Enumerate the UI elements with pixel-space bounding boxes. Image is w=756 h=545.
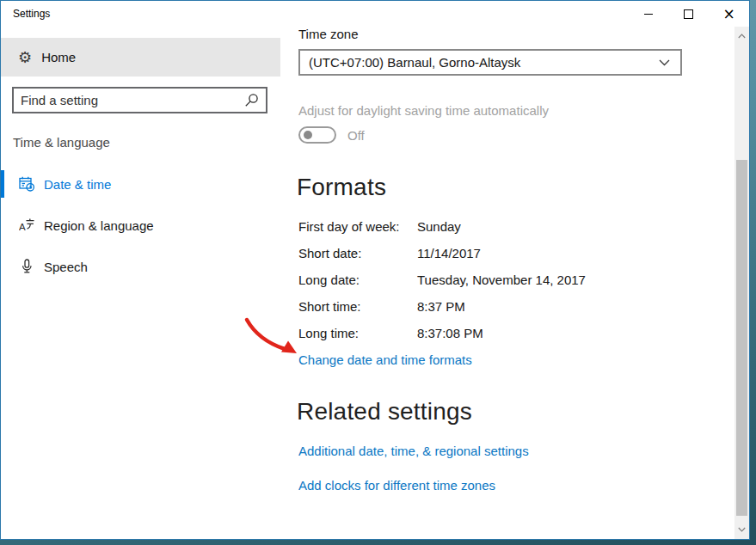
maximize-icon bbox=[684, 9, 693, 19]
scroll-thumb[interactable] bbox=[736, 160, 747, 516]
search-icon bbox=[244, 93, 259, 107]
sidebar-item-home[interactable]: ⚙ Home bbox=[1, 38, 280, 77]
search-box bbox=[12, 87, 267, 113]
format-label: Long date: bbox=[298, 272, 417, 299]
format-row: Long date: Tuesday, November 14, 2017 bbox=[298, 272, 586, 299]
sidebar-item-label: Date & time bbox=[44, 177, 111, 192]
minimize-button[interactable] bbox=[628, 1, 668, 27]
format-label: Short date: bbox=[298, 246, 417, 272]
daylight-saving-label: Adjust for daylight saving time automati… bbox=[298, 103, 549, 118]
sidebar-nav: Date & time A Region & language bbox=[1, 163, 280, 287]
window-title: Settings bbox=[13, 8, 50, 20]
time-zone-label: Time zone bbox=[298, 27, 358, 41]
format-value: Sunday bbox=[417, 219, 461, 246]
svg-text:A: A bbox=[19, 222, 26, 232]
chevron-down-icon bbox=[659, 59, 670, 66]
formats-table: First day of week: Sunday Short date: 11… bbox=[298, 219, 586, 352]
window-controls: × bbox=[628, 1, 749, 27]
close-button[interactable]: × bbox=[709, 1, 749, 27]
sidebar-item-date-time[interactable]: Date & time bbox=[1, 163, 280, 205]
format-row: Long time: 8:37:08 PM bbox=[298, 326, 586, 352]
gear-icon: ⚙ bbox=[18, 50, 32, 65]
time-zone-select[interactable]: (UTC+07:00) Barnaul, Gorno-Altaysk bbox=[298, 49, 682, 76]
format-value: 8:37 PM bbox=[417, 299, 465, 326]
settings-window: Settings × ⚙ Home Time & language bbox=[0, 0, 750, 540]
scrollbar[interactable] bbox=[734, 27, 749, 539]
chevron-down-icon bbox=[738, 527, 746, 532]
maximize-button[interactable] bbox=[668, 1, 709, 27]
toggle-knob bbox=[304, 131, 312, 139]
sidebar-section-header: Time & language bbox=[13, 135, 110, 150]
search-input[interactable] bbox=[14, 93, 244, 107]
format-label: Short time: bbox=[298, 299, 417, 326]
sidebar-item-label: Speech bbox=[44, 260, 88, 274]
time-zone-selected-value: (UTC+07:00) Barnaul, Gorno-Altaysk bbox=[300, 55, 520, 70]
language-character-icon: A bbox=[19, 217, 35, 233]
chevron-up-icon bbox=[738, 34, 746, 39]
sidebar-item-label: Region & language bbox=[44, 218, 154, 233]
scroll-up-button[interactable] bbox=[734, 28, 749, 43]
formats-heading: Formats bbox=[297, 174, 386, 201]
add-clocks-link[interactable]: Add clocks for different time zones bbox=[298, 478, 495, 493]
sidebar-item-speech[interactable]: Speech bbox=[1, 246, 280, 287]
minimize-icon bbox=[644, 14, 653, 15]
format-value: 8:37:08 PM bbox=[417, 326, 483, 352]
format-row: First day of week: Sunday bbox=[298, 219, 586, 246]
calendar-clock-icon bbox=[19, 176, 35, 192]
format-value: Tuesday, November 14, 2017 bbox=[417, 272, 586, 299]
format-label: Long time: bbox=[298, 326, 417, 352]
sidebar-item-region-language[interactable]: A Region & language bbox=[1, 205, 280, 246]
toggle-state-label: Off bbox=[347, 128, 365, 143]
format-label: First day of week: bbox=[298, 219, 417, 246]
home-label: Home bbox=[41, 50, 76, 64]
close-icon: × bbox=[722, 7, 734, 21]
desktop-background: Settings × ⚙ Home Time & language bbox=[0, 0, 756, 545]
format-row: Short time: 8:37 PM bbox=[298, 299, 586, 326]
scroll-down-button[interactable] bbox=[734, 522, 749, 536]
format-row: Short date: 11/14/2017 bbox=[298, 246, 586, 272]
daylight-saving-toggle[interactable] bbox=[298, 126, 336, 144]
additional-settings-link[interactable]: Additional date, time, & regional settin… bbox=[298, 444, 529, 458]
related-settings-heading: Related settings bbox=[297, 398, 472, 426]
format-value: 11/14/2017 bbox=[417, 246, 481, 272]
microphone-icon bbox=[19, 259, 35, 274]
change-formats-link[interactable]: Change date and time formats bbox=[298, 352, 472, 367]
